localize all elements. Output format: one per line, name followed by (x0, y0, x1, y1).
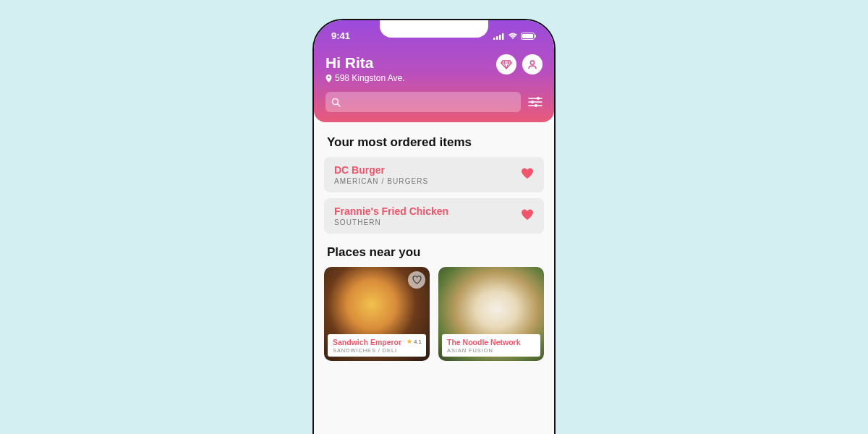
svg-point-7 (530, 61, 534, 64)
search-input[interactable] (326, 92, 521, 112)
places-title: Places near you (324, 245, 544, 260)
sliders-icon (528, 96, 542, 108)
place-favorite-button[interactable] (408, 271, 425, 289)
svg-rect-6 (535, 35, 537, 38)
svg-point-11 (537, 97, 540, 100)
status-icons (493, 33, 537, 40)
svg-point-13 (531, 101, 534, 103)
place-category: SANDWICHES / DELI (333, 347, 421, 354)
svg-rect-0 (493, 38, 495, 40)
item-name: Frannie's Fried Chicken (334, 205, 448, 217)
greeting-text: Hi Rita (326, 54, 405, 71)
place-name: The Noodle Network (447, 338, 535, 346)
profile-button[interactable] (522, 54, 542, 75)
heart-icon (521, 209, 534, 221)
heart-outline-icon (412, 276, 422, 284)
svg-point-15 (535, 104, 537, 107)
greeting-block: Hi Rita 598 Kingston Ave. (326, 54, 405, 83)
phone-frame: 9:41 Hi Rita 598 Kingston Ave. (312, 19, 556, 434)
wifi-icon (508, 33, 518, 40)
phone-notch (380, 20, 488, 38)
svg-rect-1 (496, 36, 498, 40)
most-ordered-item[interactable]: Frannie's Fried Chicken SOUTHERN (324, 198, 544, 234)
star-icon: ★ (407, 338, 412, 345)
item-name: DC Burger (334, 164, 428, 176)
main-content: Your most ordered items DC Burger AMERIC… (314, 122, 554, 434)
place-label: The Noodle Network ASIAN FUSION (442, 334, 540, 357)
signal-icon (493, 33, 505, 40)
address-text: 598 Kingston Ave. (335, 73, 405, 83)
diamond-icon (501, 59, 512, 70)
svg-rect-2 (499, 35, 501, 40)
rewards-button[interactable] (496, 54, 516, 75)
address-row[interactable]: 598 Kingston Ave. (326, 73, 405, 83)
status-time: 9:41 (331, 30, 350, 41)
item-category: AMERICAN / BURGERS (334, 177, 428, 185)
place-category: ASIAN FUSION (447, 347, 535, 354)
place-label: ★ 4.1 Sandwich Emperor SANDWICHES / DELI (328, 334, 426, 357)
person-icon (527, 59, 538, 70)
rating-value: 4.1 (414, 339, 422, 345)
place-rating: ★ 4.1 (407, 338, 422, 345)
favorite-button[interactable] (521, 209, 534, 224)
location-pin-icon (326, 75, 332, 82)
item-category: SOUTHERN (334, 218, 448, 226)
filter-button[interactable] (528, 96, 542, 108)
place-card[interactable]: The Noodle Network ASIAN FUSION (438, 267, 544, 361)
svg-line-9 (338, 103, 341, 106)
search-icon (331, 98, 341, 107)
place-card[interactable]: ★ 4.1 Sandwich Emperor SANDWICHES / DELI (324, 267, 430, 361)
heart-icon (521, 168, 534, 179)
most-ordered-item[interactable]: DC Burger AMERICAN / BURGERS (324, 157, 544, 192)
most-ordered-title: Your most ordered items (324, 135, 544, 150)
svg-rect-5 (522, 34, 533, 38)
battery-icon (521, 33, 537, 40)
favorite-button[interactable] (521, 168, 534, 182)
svg-rect-3 (502, 33, 504, 40)
